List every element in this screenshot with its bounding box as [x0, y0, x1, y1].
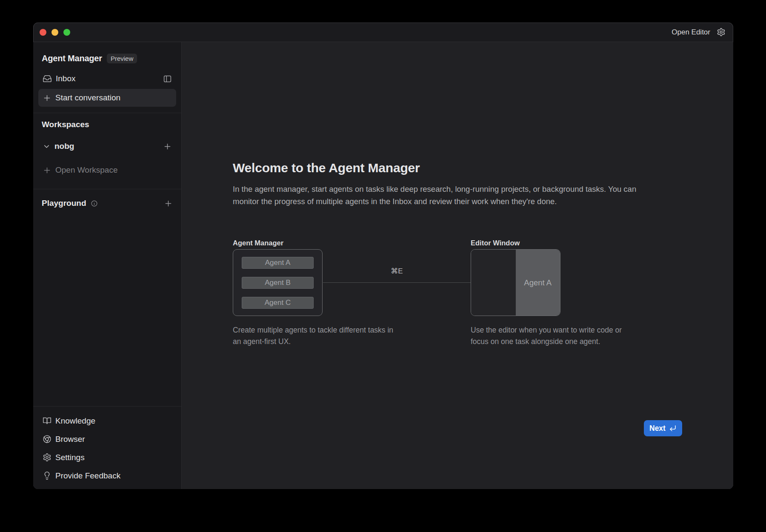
book-open-icon	[43, 416, 51, 425]
panel-toggle-button[interactable]	[163, 74, 172, 83]
shortcut-label: ⌘E	[323, 267, 471, 276]
minimize-window-button[interactable]	[51, 29, 58, 36]
agent-pill: Agent A	[242, 257, 314, 269]
sidebar-item-knowledge[interactable]: Knowledge	[38, 412, 176, 430]
workspaces-header-label: Workspaces	[42, 120, 89, 129]
settings-label: Settings	[55, 453, 85, 462]
gear-icon[interactable]	[717, 28, 726, 37]
main-content: Welcome to the Agent Manager In the agen…	[182, 42, 733, 489]
caption-line: Create multiple agents to tackle differe…	[233, 324, 393, 336]
lightbulb-icon	[43, 471, 51, 480]
inbox-label: Inbox	[56, 74, 75, 83]
editor-window-diagram: Agent A	[471, 249, 560, 316]
open-workspace-label: Open Workspace	[55, 165, 117, 175]
caption-line: an agent-first UX.	[233, 336, 393, 347]
intro-text: In the agent manager, start agents on ta…	[233, 183, 636, 208]
intro-line-2: monitor the progress of multiple agents …	[233, 195, 636, 208]
intro-line-1: In the agent manager, start agents on ta…	[233, 183, 636, 195]
titlebar: Open Editor	[33, 23, 733, 42]
gear-icon	[43, 453, 51, 462]
open-editor-button[interactable]: Open Editor	[672, 28, 710, 37]
editor-agent-pane: Agent A	[516, 250, 560, 316]
plus-icon	[43, 166, 51, 175]
plus-icon	[43, 94, 51, 102]
provide-feedback-label: Provide Feedback	[55, 471, 120, 481]
add-conversation-to-workspace-button[interactable]	[163, 142, 172, 151]
start-conversation-label: Start conversation	[55, 93, 120, 102]
sidebar-footer: Knowledge Browser Settings	[33, 406, 181, 489]
close-window-button[interactable]	[40, 29, 46, 36]
caption-line: focus on one task alongside one agent.	[471, 336, 622, 347]
sidebar-divider	[33, 113, 181, 113]
connector-line	[323, 282, 471, 283]
knowledge-label: Knowledge	[55, 416, 95, 426]
browser-label: Browser	[55, 435, 85, 444]
app-title: Agent Manager	[42, 54, 102, 63]
return-icon	[669, 424, 677, 432]
sidebar-item-browser[interactable]: Browser	[38, 430, 176, 448]
agent-pill: Agent B	[242, 277, 314, 289]
browser-icon	[43, 435, 51, 444]
add-playground-button[interactable]	[164, 199, 173, 208]
agent-manager-diagram-label: Agent Manager	[233, 239, 283, 247]
sidebar-item-inbox[interactable]: Inbox	[38, 70, 176, 87]
traffic-lights	[40, 29, 70, 36]
next-button-label: Next	[649, 424, 666, 433]
playground-header: Playground	[38, 199, 176, 208]
sidebar-item-open-workspace[interactable]: Open Workspace	[38, 162, 176, 179]
preview-badge: Preview	[107, 54, 137, 63]
next-button[interactable]: Next	[644, 420, 682, 436]
playground-label: Playground	[42, 199, 86, 208]
sidebar-item-provide-feedback[interactable]: Provide Feedback	[38, 467, 176, 485]
zoom-window-button[interactable]	[63, 29, 70, 36]
sidebar-item-settings[interactable]: Settings	[38, 448, 176, 467]
caption-line: Use the editor when you want to write co…	[471, 324, 622, 336]
sidebar-item-start-conversation[interactable]: Start conversation	[38, 89, 176, 107]
workspace-item-nobg[interactable]: nobg	[38, 138, 176, 155]
agent-manager-caption: Create multiple agents to tackle differe…	[233, 324, 393, 347]
inbox-icon	[43, 74, 52, 83]
editor-window-diagram-label: Editor Window	[471, 239, 520, 247]
editor-window-caption: Use the editor when you want to write co…	[471, 324, 622, 347]
app-window: Open Editor Agent Manager Preview Inbox	[33, 23, 733, 489]
chevron-down-icon[interactable]	[43, 142, 51, 151]
workspaces-header: Workspaces	[38, 120, 176, 129]
agent-pill: Agent C	[242, 297, 314, 309]
page-title: Welcome to the Agent Manager	[233, 161, 420, 175]
agent-manager-diagram: Agent A Agent B Agent C	[233, 249, 323, 316]
sidebar: Agent Manager Preview Inbox Start conver…	[33, 42, 182, 489]
workspace-name: nobg	[54, 142, 74, 151]
info-icon[interactable]	[91, 200, 98, 207]
sidebar-divider	[33, 189, 181, 189]
editor-main-pane	[471, 250, 516, 316]
